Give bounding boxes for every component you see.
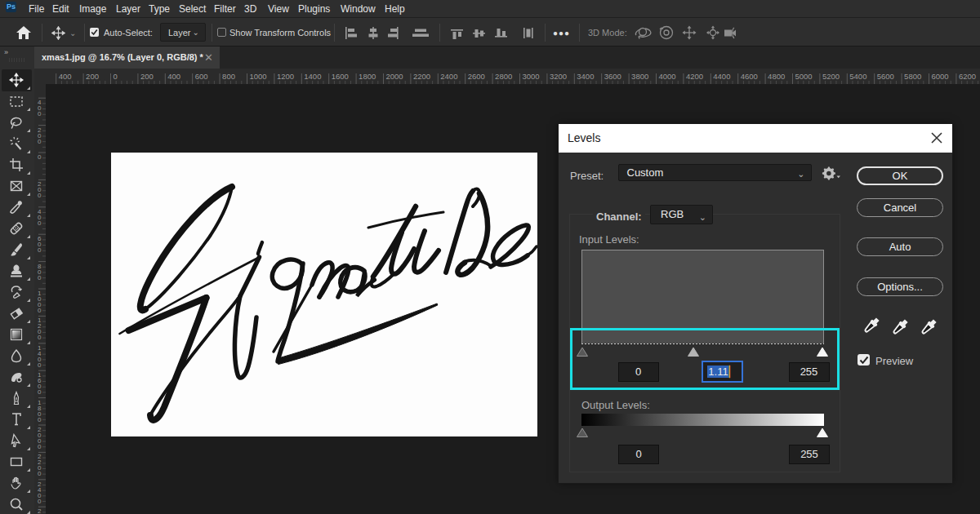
svg-text:0: 0 bbox=[38, 334, 42, 341]
svg-text:4600: 4600 bbox=[741, 72, 758, 81]
svg-text:400: 400 bbox=[167, 72, 180, 81]
svg-text:4200: 4200 bbox=[686, 72, 703, 81]
svg-text:600: 600 bbox=[195, 72, 208, 81]
svg-text:0: 0 bbox=[38, 498, 42, 505]
svg-text:1200: 1200 bbox=[277, 72, 294, 81]
svg-text:6000: 6000 bbox=[932, 72, 949, 81]
svg-text:400: 400 bbox=[59, 72, 72, 81]
svg-text:0: 0 bbox=[38, 361, 42, 369]
svg-text:0: 0 bbox=[38, 246, 42, 254]
svg-text:5000: 5000 bbox=[795, 72, 813, 81]
svg-text:4000: 4000 bbox=[659, 72, 676, 81]
svg-text:5800: 5800 bbox=[904, 72, 921, 81]
svg-text:1600: 1600 bbox=[332, 72, 349, 81]
svg-text:2400: 2400 bbox=[440, 72, 457, 81]
svg-text:3200: 3200 bbox=[550, 72, 567, 81]
svg-text:2000: 2000 bbox=[386, 72, 403, 81]
svg-text:0: 0 bbox=[38, 219, 42, 227]
svg-text:800: 800 bbox=[222, 72, 235, 81]
svg-text:0: 0 bbox=[38, 192, 42, 199]
svg-text:200: 200 bbox=[140, 72, 154, 81]
svg-text:3800: 3800 bbox=[631, 72, 648, 81]
svg-text:2200: 2200 bbox=[413, 72, 430, 81]
svg-text:0: 0 bbox=[38, 443, 42, 450]
svg-text:200: 200 bbox=[86, 72, 99, 81]
svg-text:0: 0 bbox=[38, 388, 42, 396]
svg-text:1400: 1400 bbox=[304, 72, 321, 81]
svg-text:4800: 4800 bbox=[768, 72, 785, 81]
svg-text:2800: 2800 bbox=[495, 72, 512, 81]
svg-text:0: 0 bbox=[38, 153, 42, 161]
svg-text:0: 0 bbox=[38, 470, 42, 477]
svg-text:0: 0 bbox=[38, 138, 42, 145]
svg-text:5200: 5200 bbox=[822, 72, 840, 81]
svg-text:5600: 5600 bbox=[877, 72, 894, 81]
svg-text:2600: 2600 bbox=[468, 72, 485, 81]
svg-text:4400: 4400 bbox=[713, 72, 730, 81]
svg-text:6200: 6200 bbox=[959, 72, 976, 81]
svg-text:3600: 3600 bbox=[604, 72, 621, 81]
svg-text:0: 0 bbox=[38, 110, 42, 117]
svg-text:0: 0 bbox=[38, 416, 42, 423]
svg-text:1800: 1800 bbox=[359, 72, 376, 81]
svg-text:0: 0 bbox=[38, 307, 42, 314]
svg-text:3400: 3400 bbox=[577, 72, 594, 81]
svg-text:0: 0 bbox=[114, 72, 118, 81]
svg-text:1000: 1000 bbox=[250, 72, 267, 81]
svg-text:3000: 3000 bbox=[523, 72, 540, 81]
svg-text:5400: 5400 bbox=[849, 72, 866, 81]
svg-text:0: 0 bbox=[38, 274, 42, 281]
